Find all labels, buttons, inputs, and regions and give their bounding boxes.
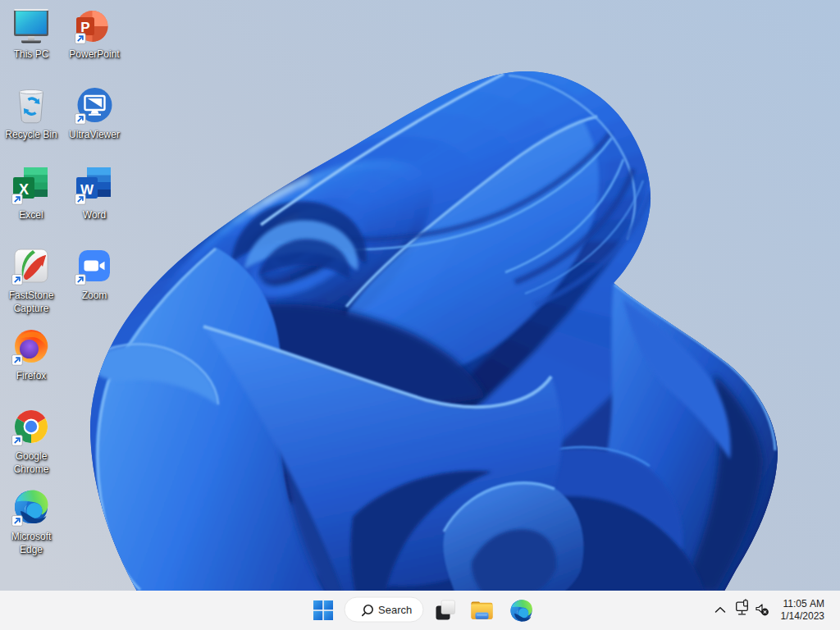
svg-text:Search: Search [378, 604, 412, 616]
svg-text:P: P [80, 20, 89, 35]
